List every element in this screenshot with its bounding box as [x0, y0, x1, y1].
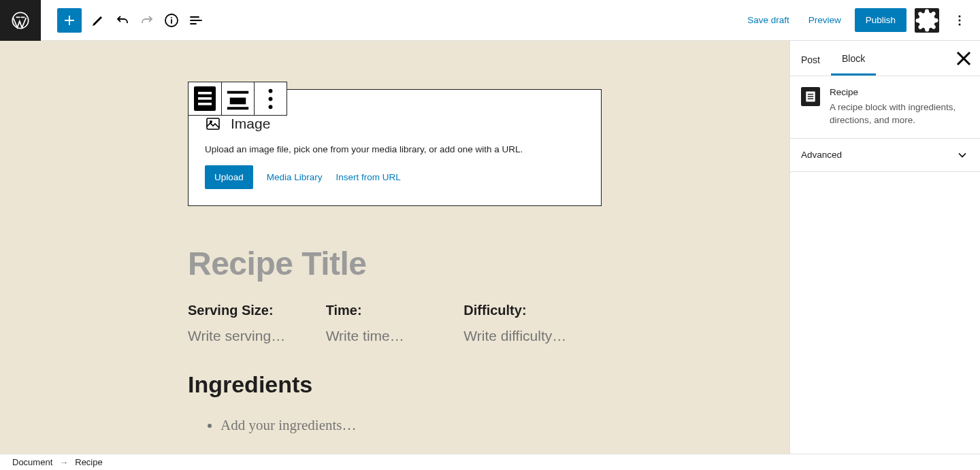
serving-size-label: Serving Size:: [188, 303, 326, 318]
recipe-block-icon: [189, 82, 221, 115]
more-vertical-icon: [255, 83, 287, 115]
publish-button[interactable]: Publish: [855, 8, 906, 32]
undo-button[interactable]: [110, 8, 135, 33]
ingredient-item-placeholder[interactable]: Add your ingredients…: [220, 417, 602, 434]
editor-main: Image Upload an image file, pick one fro…: [0, 41, 980, 454]
breadcrumb-current[interactable]: Recipe: [75, 457, 102, 467]
difficulty-col: Difficulty: Write difficulty…: [463, 303, 602, 344]
upload-button[interactable]: Upload: [205, 165, 253, 189]
svg-point-16: [269, 105, 273, 109]
sidebar-tabs: Post Block: [790, 41, 980, 76]
block-more-button[interactable]: [254, 82, 287, 115]
edit-mode-button[interactable]: [86, 8, 110, 33]
svg-rect-11: [227, 90, 248, 93]
block-name: Recipe: [830, 87, 969, 97]
advanced-panel-toggle[interactable]: Advanced: [790, 139, 980, 172]
difficulty-input[interactable]: Write difficulty…: [463, 328, 602, 344]
close-sidebar-button[interactable]: [951, 46, 976, 71]
info-icon: [163, 12, 180, 29]
svg-point-3: [959, 19, 961, 21]
outline-icon: [188, 12, 204, 29]
svg-point-2: [959, 15, 961, 17]
chevron-down-icon: [956, 148, 969, 162]
image-block-description: Upload an image file, pick one from your…: [205, 144, 585, 154]
insert-from-url-button[interactable]: Insert from URL: [336, 172, 401, 182]
close-icon: [951, 46, 976, 71]
time-input[interactable]: Write time…: [326, 328, 464, 344]
block-toolbar: [188, 82, 287, 116]
breadcrumb-root[interactable]: Document: [12, 457, 52, 467]
image-block-title: Image: [231, 116, 270, 132]
svg-rect-19: [808, 96, 813, 97]
plus-icon: [61, 12, 78, 29]
image-icon: [205, 116, 221, 132]
recipe-block[interactable]: Recipe Title Serving Size: Write serving…: [188, 245, 602, 434]
editor-topbar: Save draft Preview Publish: [0, 0, 980, 41]
right-toolbar: Save draft Preview Publish: [742, 8, 980, 33]
image-block-actions: Upload Media Library Insert from URL: [205, 165, 585, 189]
tab-post[interactable]: Post: [790, 41, 831, 75]
breadcrumb: Document → Recipe: [0, 454, 980, 470]
info-button[interactable]: [159, 8, 184, 33]
svg-rect-10: [198, 103, 212, 105]
editor-canvas[interactable]: Image Upload an image file, pick one fro…: [0, 41, 789, 454]
svg-rect-9: [198, 97, 212, 100]
serving-size-input[interactable]: Write serving…: [188, 328, 326, 344]
save-draft-button[interactable]: Save draft: [742, 8, 795, 32]
block-description: A recipe block with ingredients, directi…: [830, 101, 969, 127]
redo-icon: [139, 12, 155, 29]
block-align-button[interactable]: [221, 82, 254, 115]
add-block-button[interactable]: [57, 8, 82, 33]
svg-rect-18: [808, 94, 813, 95]
svg-rect-20: [808, 99, 813, 100]
undo-icon: [114, 12, 131, 29]
media-library-button[interactable]: Media Library: [267, 172, 323, 182]
align-icon: [222, 83, 254, 115]
svg-point-15: [269, 97, 273, 101]
serving-size-col: Serving Size: Write serving…: [188, 303, 326, 344]
gear-icon: [915, 8, 939, 33]
svg-point-4: [959, 23, 961, 25]
block-info-icon-wrap: [801, 87, 820, 106]
wordpress-icon: [11, 11, 30, 30]
recipe-block-icon: [804, 90, 817, 103]
breadcrumb-separator: →: [59, 457, 68, 467]
preview-button[interactable]: Preview: [803, 8, 847, 32]
svg-point-14: [269, 88, 273, 93]
outline-button[interactable]: [184, 8, 208, 33]
advanced-label: Advanced: [801, 150, 842, 160]
more-vertical-icon: [951, 12, 968, 29]
time-col: Time: Write time…: [326, 303, 464, 344]
settings-sidebar: Post Block Recipe A recipe block with in…: [789, 41, 980, 454]
svg-rect-13: [227, 107, 248, 110]
block-type-button[interactable]: [189, 82, 221, 115]
wordpress-logo[interactable]: [0, 0, 41, 41]
svg-rect-8: [198, 92, 212, 95]
svg-rect-12: [230, 97, 246, 104]
left-toolbar: [41, 8, 208, 33]
pencil-icon: [90, 12, 106, 29]
time-label: Time:: [326, 303, 464, 318]
redo-button[interactable]: [135, 8, 159, 33]
svg-point-6: [210, 121, 212, 122]
recipe-meta-row: Serving Size: Write serving… Time: Write…: [188, 303, 602, 344]
recipe-title-input[interactable]: Recipe Title: [188, 245, 602, 282]
svg-rect-5: [207, 118, 219, 129]
block-info-text: Recipe A recipe block with ingredients, …: [830, 87, 969, 127]
ingredients-list[interactable]: Add your ingredients…: [188, 417, 602, 434]
tab-block[interactable]: Block: [831, 41, 876, 75]
settings-button[interactable]: [915, 8, 939, 33]
difficulty-label: Difficulty:: [463, 303, 602, 318]
more-options-button[interactable]: [947, 8, 972, 33]
ingredients-heading: Ingredients: [188, 371, 602, 398]
block-info-panel: Recipe A recipe block with ingredients, …: [790, 76, 980, 139]
